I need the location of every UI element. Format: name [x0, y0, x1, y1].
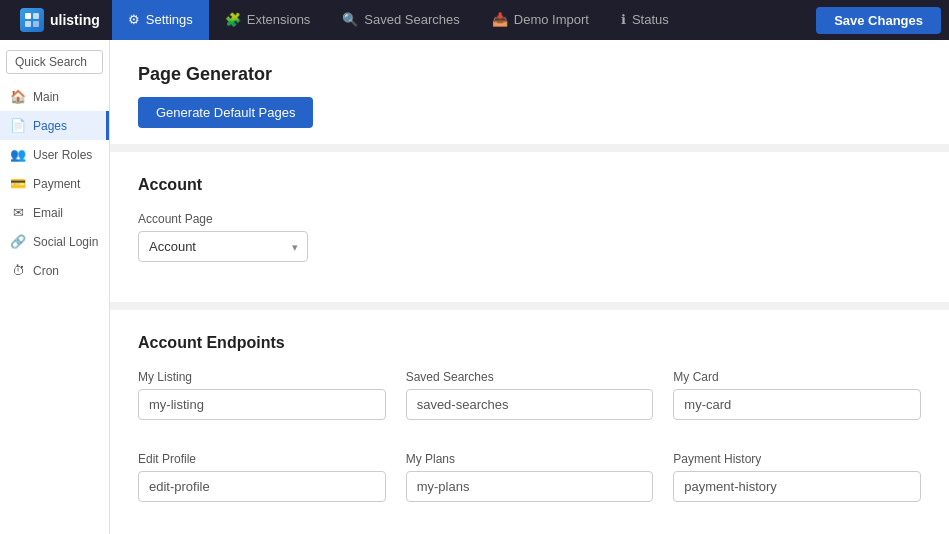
svg-rect-3 [33, 21, 39, 27]
my-listing-label: My Listing [138, 370, 386, 384]
cron-icon: ⏱ [10, 263, 26, 278]
payment-icon: 💳 [10, 176, 26, 191]
search-input[interactable] [6, 50, 103, 74]
extensions-icon: 🧩 [225, 12, 241, 27]
nav-tab-extensions[interactable]: 🧩 Extensions [209, 0, 327, 40]
endpoints-section-title: Account Endpoints [138, 334, 921, 352]
my-plans-field: My Plans [406, 452, 654, 502]
svg-rect-1 [33, 13, 39, 19]
edit-profile-label: Edit Profile [138, 452, 386, 466]
account-section: Account Account Page Account My Account … [110, 152, 949, 310]
social-login-icon: 🔗 [10, 234, 26, 249]
my-listing-input[interactable] [138, 389, 386, 420]
my-plans-label: My Plans [406, 452, 654, 466]
my-listing-field: My Listing [138, 370, 386, 420]
save-changes-button[interactable]: Save Changes [816, 7, 941, 34]
nav-tab-settings[interactable]: ⚙ Settings [112, 0, 209, 40]
edit-profile-input[interactable] [138, 471, 386, 502]
status-icon: ℹ [621, 12, 626, 27]
account-page-select[interactable]: Account My Account Dashboard [138, 231, 308, 262]
nav-tab-saved-searches[interactable]: 🔍 Saved Searches [326, 0, 475, 40]
main-content: Page Generator Generate Default Pages Ac… [110, 40, 949, 534]
layout: 🏠 Main 📄 Pages 👥 User Roles 💳 Payment ✉ … [0, 40, 949, 534]
account-page-select-wrap: Account My Account Dashboard ▾ [138, 231, 308, 262]
pages-icon: 📄 [10, 118, 26, 133]
my-card-label: My Card [673, 370, 921, 384]
nav-tab-status[interactable]: ℹ Status [605, 0, 685, 40]
logo-area: ulisting [8, 8, 112, 32]
app-title: ulisting [50, 12, 100, 28]
sidebar-item-social-login[interactable]: 🔗 Social Login [0, 227, 109, 256]
sidebar-item-email[interactable]: ✉ Email [0, 198, 109, 227]
saved-searches-field: Saved Searches [406, 370, 654, 420]
my-plans-input[interactable] [406, 471, 654, 502]
account-section-title: Account [138, 176, 921, 194]
endpoints-grid: My Listing Saved Searches My Card Edit P… [138, 370, 921, 518]
account-page-label: Account Page [138, 212, 921, 226]
my-card-field: My Card [673, 370, 921, 420]
endpoints-section: Account Endpoints My Listing Saved Searc… [110, 310, 949, 534]
top-nav: ulisting ⚙ Settings 🧩 Extensions 🔍 Saved… [0, 0, 949, 40]
user-roles-icon: 👥 [10, 147, 26, 162]
edit-profile-field: Edit Profile [138, 452, 386, 502]
svg-rect-2 [25, 21, 31, 27]
payment-history-field: Payment History [673, 452, 921, 502]
saved-searches-icon: 🔍 [342, 12, 358, 27]
payment-history-label: Payment History [673, 452, 921, 466]
sidebar-item-pages[interactable]: 📄 Pages [0, 111, 109, 140]
svg-rect-0 [25, 13, 31, 19]
payment-history-input[interactable] [673, 471, 921, 502]
saved-searches-input[interactable] [406, 389, 654, 420]
sidebar-item-cron[interactable]: ⏱ Cron [0, 256, 109, 285]
sidebar: 🏠 Main 📄 Pages 👥 User Roles 💳 Payment ✉ … [0, 40, 110, 534]
nav-tab-demo-import[interactable]: 📥 Demo Import [476, 0, 605, 40]
demo-import-icon: 📥 [492, 12, 508, 27]
nav-tabs: ⚙ Settings 🧩 Extensions 🔍 Saved Searches… [112, 0, 685, 40]
email-icon: ✉ [10, 205, 26, 220]
sidebar-item-main[interactable]: 🏠 Main [0, 82, 109, 111]
generate-default-pages-button[interactable]: Generate Default Pages [138, 97, 313, 128]
saved-searches-label: Saved Searches [406, 370, 654, 384]
settings-icon: ⚙ [128, 12, 140, 27]
account-page-field: Account Page Account My Account Dashboar… [138, 212, 921, 262]
logo-icon [20, 8, 44, 32]
sidebar-item-payment[interactable]: 💳 Payment [0, 169, 109, 198]
page-title: Page Generator [138, 64, 921, 97]
my-card-input[interactable] [673, 389, 921, 420]
sidebar-item-user-roles[interactable]: 👥 User Roles [0, 140, 109, 169]
home-icon: 🏠 [10, 89, 26, 104]
